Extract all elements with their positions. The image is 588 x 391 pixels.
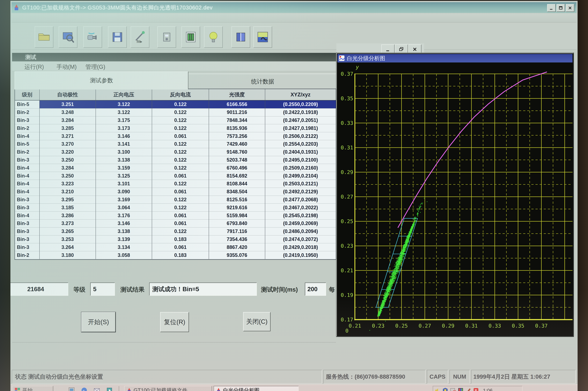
save-config-button[interactable] xyxy=(108,26,127,48)
table-cell: 3.146 xyxy=(96,219,152,227)
table-row[interactable]: Bin-33.2653.1380.1227917.116(0.2486,0.20… xyxy=(15,227,337,235)
table-row[interactable]: Bin-23.2483.1220.1229011.216(0.2422,0.19… xyxy=(15,108,337,116)
reset-button[interactable]: 复位(R) xyxy=(160,312,189,332)
close-test-button[interactable]: 关闭(C) xyxy=(243,312,270,331)
table-row[interactable]: Bin-23.2853.1730.1228135.936(0.2427,0.19… xyxy=(15,124,337,132)
count-field[interactable]: 21684 xyxy=(10,283,68,296)
grade-label: 等级 xyxy=(73,286,85,294)
minimize-button[interactable] xyxy=(547,4,556,12)
mdi-minimize-button[interactable] xyxy=(381,44,394,54)
lamp-test-button[interactable] xyxy=(204,26,223,48)
table-row[interactable]: Bin-43.2713.1460.0617573.256(0.2506,0.21… xyxy=(15,132,337,140)
table-cell: 0.061 xyxy=(152,211,209,219)
analysis-image-button[interactable] xyxy=(254,26,272,48)
table-cell: 7573.256 xyxy=(209,132,265,140)
table-cell: (0.2506,0.2122) xyxy=(265,132,336,140)
table-cell: 0.122 xyxy=(152,148,209,156)
connect-device-button[interactable] xyxy=(83,26,102,48)
preview-screen-button[interactable] xyxy=(59,26,77,48)
tab-test-parameters[interactable]: 测试参数 xyxy=(14,71,189,90)
table-row[interactable]: Bin-23.1803.0580.1839355.076(0.2419,0.19… xyxy=(15,251,337,259)
iv-test-icon: IV▸ xyxy=(133,30,147,44)
table-cell: 3.122 xyxy=(96,108,152,116)
table-row[interactable]: Bin-43.2233.1010.1228108.844(0.2503,0.21… xyxy=(15,180,337,188)
test-window-titlebar[interactable]: 测试 xyxy=(12,53,336,61)
supervisor-icon[interactable]: S xyxy=(473,387,479,391)
taskbar-item-gt100[interactable]: GT100:已加载规格文件... xyxy=(124,386,212,391)
tab-statistics[interactable]: 统计数据 xyxy=(188,74,337,90)
table-row[interactable]: Bin-33.2643.1340.0618867.420(0.2429,0.20… xyxy=(15,243,337,251)
tick-label: 0.27 xyxy=(341,194,353,200)
table-row[interactable]: Bin-53.2513.1220.1226166.556(0.2550,0.22… xyxy=(15,100,337,108)
network-shield-icon[interactable] xyxy=(442,387,448,391)
tick-label: 0.31 xyxy=(341,145,353,151)
table-row[interactable]: Bin-33.2533.1390.1837354.436(0.2474,0.20… xyxy=(15,235,337,243)
iv-test-button[interactable]: IV▸ xyxy=(131,26,149,48)
table-cell: (0.2486,0.2094) xyxy=(265,227,336,235)
table-cell: Bin-4 xyxy=(15,211,40,219)
maximize-button[interactable] xyxy=(556,4,565,12)
connect-device-icon xyxy=(86,30,99,44)
ie-browser-icon[interactable]: e xyxy=(81,387,88,391)
table-cell: (0.2545,0.2198) xyxy=(265,211,336,219)
table-cell: Bin-4 xyxy=(15,180,40,188)
start-button-taskbar[interactable]: 开始 xyxy=(12,386,53,391)
result-field[interactable]: 测试成功！Bin=5 xyxy=(149,283,257,296)
table-row[interactable]: Bin-43.2503.1250.0618154.692(0.2499,0.21… xyxy=(15,172,337,180)
table-cell: 3.286 xyxy=(40,211,96,219)
table-row[interactable]: Bin-33.2843.1750.1227848.344(0.2467,0.20… xyxy=(15,116,337,124)
manual-book-icon xyxy=(234,30,247,44)
tray-clock: 1:06 xyxy=(483,388,493,391)
table-cell: 7354.436 xyxy=(209,235,265,243)
media-player-icon[interactable] xyxy=(106,387,114,391)
menu-bar[interactable] xyxy=(11,13,577,22)
table-cell: (0.2495,0.2100) xyxy=(265,156,336,164)
color-display-icon[interactable] xyxy=(457,387,464,391)
table-cell: (0.2427,0.1981) xyxy=(265,124,336,132)
table-row[interactable]: Bin-33.2733.1460.0616793.840(0.2459,0.20… xyxy=(15,219,337,227)
menu-run[interactable]: 运行(R) xyxy=(24,63,44,71)
volume-icon[interactable] xyxy=(434,387,441,391)
open-file-button[interactable] xyxy=(35,26,53,48)
table-row[interactable]: Bin-53.2703.1410.1227429.460(0.2554,0.22… xyxy=(15,140,337,148)
taskbar-item-chart[interactable]: 白光分级分析图 xyxy=(214,386,299,391)
monitor-photo: GT100:已加载规格文件-> GS053-3MM圆头有边长脚白光透明17030… xyxy=(0,0,588,391)
table-header: 级别自动极性正向电压反向电流光强度XYZ/xyz xyxy=(15,89,337,100)
table-cell: 3.284 xyxy=(40,116,96,124)
chart-window-titlebar[interactable]: 白光分级分析图 xyxy=(337,54,573,63)
close-button[interactable] xyxy=(566,4,574,12)
table-cell: 0.122 xyxy=(152,124,209,132)
table-row[interactable]: Bin-33.2503.1380.1225203.748(0.2495,0.21… xyxy=(15,156,337,164)
table-cell: Bin-3 xyxy=(15,219,40,227)
status-datetime: 1999年4月2日 星期五 1:06:27 xyxy=(471,370,576,384)
column-header-4: 光强度 xyxy=(209,89,265,100)
grade-value: 5 xyxy=(93,286,96,293)
lamp-test-icon xyxy=(207,30,220,44)
pen-icon[interactable] xyxy=(465,387,471,391)
screen-test-button[interactable] xyxy=(181,26,200,48)
manual-book-button[interactable] xyxy=(231,26,250,48)
mail-icon[interactable] xyxy=(93,387,101,391)
table-row[interactable]: Bin-43.2863.1760.0615159.984(0.2545,0.21… xyxy=(15,211,337,219)
menu-manage[interactable]: 管理(G) xyxy=(85,63,105,71)
table-cell: (0.2499,0.2104) xyxy=(265,172,336,180)
table-row[interactable]: Bin-33.1853.0640.1229219.616(0.2467,0.20… xyxy=(15,203,337,211)
table-row[interactable]: Bin-43.2103.0900.0618348.504(0.2492,0.21… xyxy=(15,188,337,196)
table-row[interactable]: Bin-23.2203.1000.1229148.760(0.2404,0.19… xyxy=(15,148,337,156)
grade-field[interactable]: 5 xyxy=(90,283,115,296)
mdi-restore-button[interactable] xyxy=(395,44,408,54)
menu-manual[interactable]: 手动(M) xyxy=(57,63,77,71)
fixture-button[interactable] xyxy=(157,26,176,48)
table-row[interactable]: Bin-43.2843.1590.1226760.496(0.2509,0.21… xyxy=(15,164,337,172)
table-cell: 3.125 xyxy=(96,172,152,180)
test-time-field[interactable]: 200 xyxy=(305,283,326,296)
mdi-close-button[interactable] xyxy=(408,44,421,54)
table-cell: 8154.692 xyxy=(209,172,265,180)
table-cell: 3.220 xyxy=(40,148,96,156)
table-row[interactable]: Bin-33.2953.1690.1228125.516(0.2477,0.20… xyxy=(15,196,337,204)
table-cell: 9011.216 xyxy=(209,108,265,116)
display-error-icon[interactable] xyxy=(450,387,456,391)
table-cell: 3.180 xyxy=(40,251,96,259)
show-desktop-icon[interactable] xyxy=(68,387,76,391)
start-button[interactable]: 开始(S) xyxy=(81,312,116,332)
